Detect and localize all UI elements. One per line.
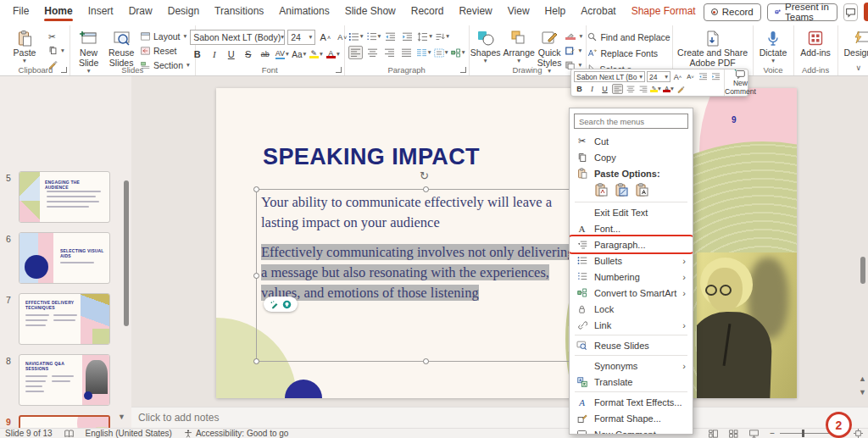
selection-handle-top-center[interactable] [423, 186, 429, 192]
justify-button[interactable] [399, 46, 414, 59]
slide-editing-surface[interactable]: 9 SPEAKING IMPACT Your ability to commun… [216, 88, 797, 398]
tab-transitions[interactable]: Transitions [207, 1, 271, 23]
menu-item-reuse-slides[interactable]: Reuse Slides [570, 337, 693, 353]
slideshow-button[interactable] [749, 430, 759, 438]
menu-item-exit-edit-text[interactable]: Exit Edit Text [570, 204, 693, 220]
bullets-button[interactable]: ▾ [348, 30, 364, 43]
find-and-replace-button[interactable]: Find and Replace [586, 30, 671, 43]
dictate-button[interactable]: Dictate ▾ [757, 27, 790, 64]
convert-smartart-button[interactable]: ▾ [451, 46, 465, 59]
mini-bold-button[interactable]: B [574, 84, 585, 94]
menu-item-synonyms[interactable]: Synonyms › [570, 358, 693, 374]
slide-thumbnail-8[interactable]: NAVIGATING Q&A SESSIONS [19, 354, 110, 406]
columns-button[interactable]: ▾ [416, 46, 431, 59]
menu-item-link[interactable]: Link › [570, 317, 693, 333]
cut-button[interactable]: ✂ [47, 30, 66, 42]
menu-item-numbering[interactable]: Numbering › [570, 269, 693, 285]
tab-slide-show[interactable]: Slide Show [337, 1, 403, 23]
reset-button[interactable]: Reset [139, 44, 192, 57]
shape-fill-button[interactable]: ▾ [564, 30, 584, 42]
tab-review[interactable]: Review [451, 1, 499, 23]
menu-item-translate[interactable]: Translate [570, 374, 693, 390]
notes-collapse-icon[interactable]: ▼ [118, 413, 125, 421]
arrange-button[interactable]: Arrange ▾ [503, 27, 534, 64]
clipboard-dialog-launcher[interactable] [61, 67, 67, 73]
tab-draw[interactable]: Draw [121, 1, 160, 23]
mini-format-painter-button[interactable] [676, 84, 687, 94]
shape-outline-button[interactable]: ▾ [564, 44, 584, 57]
menu-item-lock[interactable]: Lock [570, 301, 693, 317]
tab-shape-format[interactable]: Shape Format [624, 1, 704, 23]
thumbnail-scrollbar[interactable] [124, 180, 129, 326]
menu-item-format-text-effects[interactable]: A Format Text Effects... [570, 394, 693, 410]
layout-button[interactable]: Layout▾ [139, 30, 192, 42]
paste-keep-source-button[interactable] [595, 183, 608, 197]
mini-underline-button[interactable]: U [599, 84, 610, 94]
underline-button[interactable]: U [224, 47, 238, 61]
designer-button[interactable]: Designer [842, 27, 868, 58]
mini-align-right-button[interactable] [637, 84, 648, 94]
slide-title[interactable]: SPEAKING IMPACT [263, 144, 480, 170]
notes-pane[interactable]: ▼ Click to add notes [131, 407, 868, 428]
align-right-button[interactable] [382, 46, 397, 59]
menu-item-format-shape[interactable]: Format Shape... [570, 410, 693, 426]
font-name-combobox[interactable]: Sabon Next LT (Body)▾ [190, 30, 285, 45]
menu-item-bullets[interactable]: Bullets › [570, 252, 693, 269]
share-button[interactable]: Share ▾ [864, 3, 868, 21]
zoom-slider-thumb[interactable] [802, 430, 804, 437]
menu-item-new-comment[interactable]: New Comment [570, 426, 693, 435]
selection-handle-bottom-left[interactable] [253, 358, 259, 364]
mini-italic-button[interactable]: I [587, 84, 598, 94]
tab-design[interactable]: Design [160, 1, 207, 23]
previous-slide-button[interactable]: ▲ [859, 374, 866, 383]
mini-align-left-button[interactable] [612, 84, 623, 94]
character-spacing-button[interactable]: AV▾ [275, 47, 289, 61]
menu-item-font[interactable]: A Font... [570, 220, 693, 236]
font-color-button[interactable]: A▾ [326, 47, 340, 61]
comments-button[interactable] [843, 3, 858, 21]
mini-increase-indent-button[interactable] [710, 72, 721, 82]
mini-decrease-font-button[interactable]: A˅ [685, 72, 696, 82]
selection-handle-bottom-center[interactable] [423, 358, 429, 364]
quick-suggestion-pill[interactable] [264, 297, 298, 312]
increase-font-size-button[interactable]: A˄ [318, 30, 332, 44]
tab-animations[interactable]: Animations [271, 1, 337, 23]
align-left-button[interactable] [348, 46, 363, 59]
align-text-button[interactable]: ▾ [434, 46, 448, 59]
menu-item-convert-to-smartart[interactable]: Convert to SmartArt › [570, 285, 693, 301]
text-box-selection[interactable]: ↻ [256, 189, 595, 362]
replace-fonts-button[interactable]: Replace Fonts [586, 47, 671, 59]
paste-text-only-button[interactable] [636, 183, 648, 197]
slide-thumbnail-9-selected[interactable]: SPEAKING IMPACT [19, 415, 110, 428]
tab-acrobat[interactable]: Acrobat [573, 1, 623, 23]
font-dialog-launcher[interactable] [336, 67, 342, 73]
text-direction-button[interactable]: ▾ [435, 30, 449, 43]
copy-button[interactable]: ▾ [47, 44, 66, 57]
selection-handle-middle-left[interactable] [253, 273, 259, 279]
strikethrough-button[interactable]: S [241, 47, 255, 61]
bold-button[interactable]: B [190, 47, 204, 61]
mini-font-name-combobox[interactable]: Sabon Next LT (Bo▾ [574, 71, 645, 82]
mini-increase-font-button[interactable]: A˄ [672, 72, 683, 82]
record-button[interactable]: Record [704, 3, 761, 21]
slide-thumbnail-5[interactable]: ENGAGING THE AUDIENCE [19, 171, 110, 223]
mini-highlight-button[interactable]: ✎▾ [650, 84, 661, 94]
numbering-button[interactable]: ▾ [366, 30, 381, 43]
present-in-teams-button[interactable]: Present in Teams [767, 3, 838, 21]
selection-handle-top-left[interactable] [253, 186, 259, 192]
slide-sorter-button[interactable] [729, 430, 738, 438]
accessibility-checker[interactable]: Accessibility: Good to go [184, 429, 289, 438]
tab-record[interactable]: Record [403, 1, 452, 23]
reuse-slides-button[interactable]: Reuse Slides [106, 27, 136, 68]
highlight-color-button[interactable]: ✎▾ [309, 47, 323, 61]
mini-new-comment-button[interactable]: NewComment [724, 69, 756, 96]
increase-indent-button[interactable] [400, 30, 415, 43]
slide-thumbnail-7[interactable]: EFFECTIVE DELIVERY TECHNIQUES [19, 293, 110, 345]
zoom-out-button[interactable]: − [770, 429, 775, 438]
next-slide-button[interactable]: ▼ [859, 388, 866, 396]
mini-font-color-button[interactable]: A▾ [663, 84, 674, 94]
normal-view-button[interactable] [709, 430, 718, 438]
canvas-vertical-scrollbar[interactable] [860, 257, 865, 284]
add-ins-button[interactable]: Add-ins [798, 27, 834, 58]
italic-button[interactable]: I [207, 47, 221, 61]
